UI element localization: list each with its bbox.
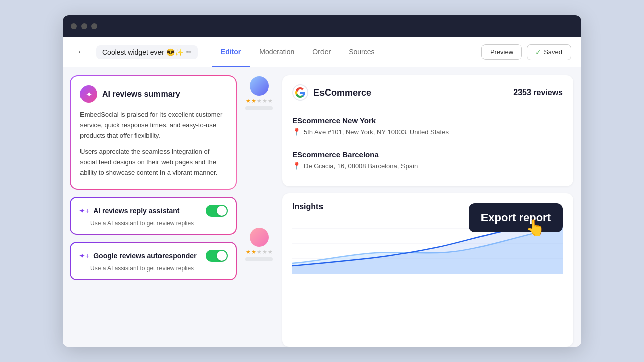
location-address-1: 📍 5th Ave #101, New York, NY 10003, Unit… [292, 128, 563, 136]
reply-assistant-left: ✦+ AI reviews reply assistant [79, 207, 179, 215]
right-panel: EsCommerce 2353 reviews EScommerce New Y… [274, 67, 581, 347]
export-tooltip[interactable]: Export report 👆 [469, 203, 563, 232]
pin-icon-2: 📍 [292, 162, 301, 170]
location-address-text-1: 5th Ave #101, New York, NY 10003, United… [304, 128, 449, 136]
widget-name-text: Coolest widget ever 😎✨ [102, 48, 183, 56]
review-preview-1: ★ ★ ★ ★ ★ [245, 76, 273, 110]
tab-sources[interactable]: Sources [340, 37, 383, 67]
browser-dot-green [91, 23, 97, 29]
browser-dot-yellow [81, 23, 87, 29]
autoresponder-title: Google reviews autoresponder [93, 252, 196, 260]
reply-assistant-title: AI reviews reply assistant [93, 207, 179, 215]
star-1-2: ★ [251, 98, 256, 104]
reply-assistant-desc: Use a AI assistant to get review replies [79, 220, 228, 227]
star-2-5: ★ [268, 249, 273, 255]
tab-editor[interactable]: Editor [212, 37, 250, 67]
review-stars-2: ★ ★ ★ ★ ★ [246, 249, 273, 255]
sources-brand: EsCommerce [292, 84, 371, 101]
star-2-2: ★ [251, 249, 256, 255]
ai-summary-header: ✦ AI reviews summary [80, 85, 227, 103]
star-1-1: ★ [246, 98, 251, 104]
reply-assistant-toggle[interactable] [206, 205, 228, 217]
star-2-1: ★ [246, 249, 251, 255]
reviewer-avatar-2 [250, 228, 269, 247]
autoresponder-toggle[interactable] [206, 250, 228, 262]
review-text-stub-1 [245, 106, 273, 110]
back-button[interactable]: ← [73, 45, 90, 59]
review-count: 2353 reviews [513, 88, 563, 97]
middle-review-strip: ★ ★ ★ ★ ★ ★ ★ ★ ★ ★ [244, 67, 274, 347]
autoresponder-desc: Use a AI assistant to get review replies [79, 265, 228, 272]
ai-summary-para2: Users appreciate the seamless integratio… [80, 147, 227, 178]
browser-titlebar [63, 15, 581, 37]
star-1-5: ★ [268, 98, 273, 104]
location-name-2: EScommerce Barcelona [292, 150, 563, 159]
reply-assistant-sparkle-icon: ✦+ [79, 207, 89, 215]
review-text-stub-2 [245, 257, 273, 261]
saved-check-icon: ✓ [535, 48, 541, 56]
browser-window: ← Coolest widget ever 😎✨ ✏ Editor Modera… [63, 15, 581, 347]
widget-name-box: Coolest widget ever 😎✨ ✏ [96, 45, 198, 59]
browser-dot-red [71, 23, 77, 29]
star-2-3: ★ [257, 249, 262, 255]
ai-summary-para1: EmbedSocial is praised for its excellent… [80, 110, 227, 141]
star-1-3: ★ [257, 98, 262, 104]
review-stars-1: ★ ★ ★ ★ ★ [246, 98, 273, 104]
star-1-4: ★ [262, 98, 267, 104]
location-address-text-2: De Gracia, 16, 08008 Barcelona, Spain [304, 162, 418, 170]
star-2-4: ★ [262, 249, 267, 255]
location-address-2: 📍 De Gracia, 16, 08008 Barcelona, Spain [292, 162, 563, 170]
ai-summary-icon: ✦ [80, 85, 97, 103]
review-preview-2: ★ ★ ★ ★ ★ [245, 228, 273, 261]
sources-brand-name: EsCommerce [313, 87, 371, 98]
ai-summary-body: EmbedSocial is praised for its excellent… [80, 110, 227, 178]
tab-moderation[interactable]: Moderation [250, 37, 303, 67]
saved-label: Saved [544, 48, 562, 56]
autoresponder-left: ✦+ Google reviews autoresponder [79, 252, 197, 260]
google-logo-svg [295, 87, 305, 98]
header-actions: Preview ✓ Saved [481, 44, 571, 60]
reviewer-avatar-img-1 [250, 76, 269, 96]
autoresponder-card: ✦+ Google reviews autoresponder Use a AI… [70, 242, 237, 280]
reply-assistant-card: ✦+ AI reviews reply assistant Use a AI a… [70, 197, 237, 235]
autoresponder-sparkle-icon: ✦+ [79, 252, 89, 260]
reviewer-avatar-1 [250, 76, 269, 96]
location-item-1: EScommerce New York 📍 5th Ave #101, New … [292, 109, 563, 143]
reviewer-avatar-img-2 [250, 228, 269, 247]
google-logo [292, 84, 308, 101]
nav-tabs: Editor Moderation Order Sources [212, 37, 481, 67]
tab-order[interactable]: Order [303, 37, 340, 67]
sources-header: EsCommerce 2353 reviews [292, 84, 563, 101]
location-item-2: EScommerce Barcelona 📍 De Gracia, 16, 08… [292, 143, 563, 177]
autoresponder-header: ✦+ Google reviews autoresponder [79, 250, 228, 262]
cursor-hand-icon: 👆 [525, 218, 545, 237]
left-panel: ✦ AI reviews summary EmbedSocial is prai… [63, 67, 244, 347]
ai-summary-card: ✦ AI reviews summary EmbedSocial is prai… [70, 75, 237, 190]
app-header: ← Coolest widget ever 😎✨ ✏ Editor Modera… [63, 37, 581, 67]
reply-assistant-header: ✦+ AI reviews reply assistant [79, 205, 228, 217]
sources-card: EsCommerce 2353 reviews EScommerce New Y… [282, 75, 573, 186]
saved-button[interactable]: ✓ Saved [527, 44, 571, 60]
insights-card: Insights [282, 193, 573, 347]
edit-icon[interactable]: ✏ [186, 48, 192, 56]
ai-summary-title: AI reviews summary [102, 89, 180, 99]
app-body: ✦ AI reviews summary EmbedSocial is prai… [63, 67, 581, 347]
preview-button[interactable]: Preview [481, 44, 522, 60]
location-name-1: EScommerce New York [292, 116, 563, 125]
pin-icon-1: 📍 [292, 128, 301, 136]
